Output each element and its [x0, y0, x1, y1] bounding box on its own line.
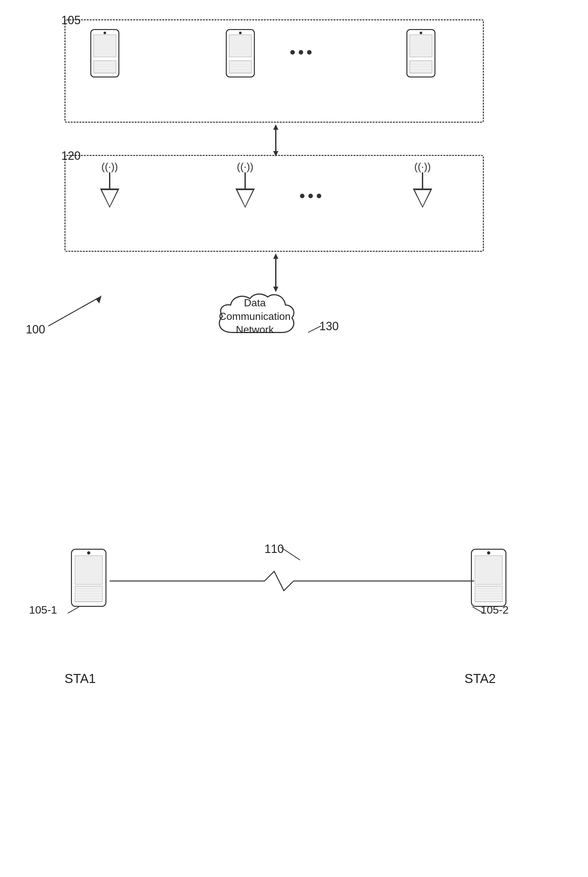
antenna-1: ((·)): [100, 161, 119, 208]
antenna-waves-1: ((·)): [101, 161, 118, 172]
label-105-2-arrow: [471, 605, 487, 615]
dots-antennas: [300, 194, 321, 198]
antenna-3: ((·)): [413, 161, 432, 208]
phone-3: [406, 29, 435, 77]
label-100-arrow: [45, 290, 110, 329]
svg-line-9: [68, 607, 79, 613]
phone-sta1: [71, 549, 106, 607]
phone-2: [226, 29, 255, 77]
cloud-text: Data Communication Network: [219, 296, 291, 337]
sta2-label: STA2: [465, 671, 496, 686]
svg-line-13: [280, 547, 300, 560]
label-110-arrow: [280, 546, 306, 562]
phone-sta2: [471, 549, 506, 607]
svg-marker-7: [96, 295, 102, 304]
dots-phones: [290, 50, 312, 54]
svg-marker-4: [273, 253, 278, 259]
diagram: 105: [0, 0, 588, 877]
arrow-antennas-to-cloud: [266, 252, 285, 294]
label-105-1: 105-1: [29, 603, 57, 616]
antenna-2: ((·)): [236, 161, 255, 208]
phone-1: [90, 29, 119, 77]
label-130-arrow: [303, 323, 322, 336]
svg-line-8: [308, 326, 321, 332]
label-120: 120: [61, 149, 81, 163]
arrow-phones-to-antennas: [266, 123, 285, 158]
svg-marker-1: [273, 124, 278, 130]
link-110: [110, 568, 474, 594]
antenna-waves-3: ((·)): [414, 161, 431, 172]
cloud-container: Data Communication Network: [213, 290, 297, 342]
label-100: 100: [26, 323, 45, 336]
label-105: 105: [61, 14, 81, 27]
antenna-waves-2: ((·)): [237, 161, 254, 172]
svg-line-6: [48, 297, 100, 326]
svg-line-10: [472, 607, 484, 613]
cloud-shape: Data Communication Network: [213, 290, 297, 342]
label-105-1-arrow: [64, 605, 81, 615]
sta1-label: STA1: [64, 671, 96, 686]
